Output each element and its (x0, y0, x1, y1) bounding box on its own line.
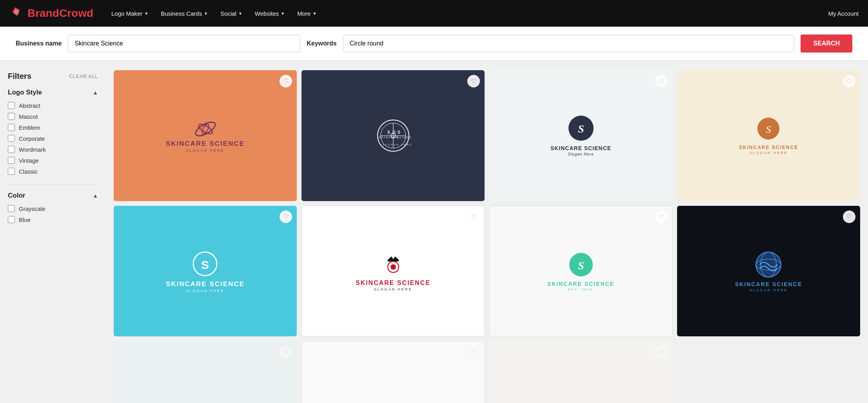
nav-business-cards[interactable]: Business Cards ▼ (155, 7, 213, 20)
favorite-button-3[interactable]: ♡ (655, 75, 668, 87)
favorite-button-11[interactable]: ♡ (655, 346, 668, 358)
brand-icon (9, 5, 24, 21)
chevron-down-icon: ▼ (281, 11, 285, 16)
svg-text:S: S (387, 130, 390, 134)
nav-websites[interactable]: Websites ▼ (249, 7, 290, 20)
logo-card-8[interactable]: SKINCARE SCIENCE SLOGAN HERE ♡ (677, 206, 860, 337)
logo-icon-1 (190, 118, 221, 140)
collapse-icon[interactable]: ▲ (93, 89, 98, 96)
filter-wordmark-checkbox[interactable] (8, 146, 15, 153)
chevron-down-icon: ▼ (238, 11, 242, 16)
favorite-button-7[interactable]: ♡ (655, 211, 667, 223)
filter-vintage-label: Vintage (19, 157, 39, 164)
svg-point-2 (193, 120, 217, 139)
logo-grid: SKINCARE SCIENCE SLOGAN HERE ♡ S O S SKI… (106, 61, 868, 403)
favorite-button-2[interactable]: ♡ (467, 75, 480, 87)
logo-card-7[interactable]: S SKINCARE SCIENCE EST. 2023 ♡ (489, 206, 672, 337)
logo-card-3[interactable]: S SKINCARE SCIENCE Slogan Here ♡ (489, 70, 672, 201)
logo-slogan-8: SLOGAN HERE (749, 288, 788, 292)
filter-abstract[interactable]: Abstract (8, 102, 98, 109)
filter-blue[interactable]: Blue (8, 216, 98, 223)
svg-text:S: S (201, 258, 209, 271)
logo-card-10[interactable]: ♡ (301, 341, 485, 403)
sidebar: Filters CLEAR ALL Logo Style ▲ Abstract … (0, 61, 106, 403)
filter-blue-label: Blue (19, 216, 31, 223)
nav-logo-maker[interactable]: Logo Maker ▼ (106, 7, 154, 20)
svg-text:SKINCARE: SKINCARE (379, 136, 399, 139)
filter-classic-checkbox[interactable] (8, 168, 15, 175)
filter-abstract-checkbox[interactable] (8, 102, 15, 109)
keywords-input[interactable] (343, 35, 795, 52)
filter-corporate-label: Corporate (19, 135, 45, 142)
filter-vintage[interactable]: Vintage (8, 157, 98, 164)
logo-style-section: Logo Style ▲ (8, 89, 98, 96)
logo-brand-4: SKINCARE SCIENCE (739, 145, 798, 150)
logo-inner-7: S SKINCARE SCIENCE EST. 2023 (490, 206, 672, 336)
favorite-button-9[interactable]: ♡ (280, 346, 292, 358)
logo-brand-5: SKINCARE SCIENCE (166, 280, 245, 288)
nav-social[interactable]: Social ▼ (215, 7, 248, 20)
filter-wordmark-label: Wordmark (19, 146, 46, 153)
keywords-label: Keywords (307, 40, 336, 47)
logo-card-6[interactable]: SKINCARE SCIENCE SLOGAN HERE ♡ (301, 206, 485, 337)
favorite-button-5[interactable]: ♡ (280, 211, 292, 223)
svg-text:SCIENCE: SCIENCE (397, 136, 411, 139)
filter-emblem[interactable]: Emblem (8, 124, 98, 131)
svg-text:S: S (766, 124, 771, 135)
search-button[interactable]: SEARCH (801, 34, 852, 53)
logo-card-5[interactable]: S SKINCARE SCIENCE SLOGAN HERE ♡ (114, 206, 297, 337)
favorite-button-1[interactable]: ♡ (280, 75, 292, 87)
filter-emblem-checkbox[interactable] (8, 124, 15, 131)
logo-brand-7: SKINCARE SCIENCE (547, 281, 614, 287)
chevron-down-icon: ▼ (204, 11, 208, 16)
main-layout: Filters CLEAR ALL Logo Style ▲ Abstract … (0, 61, 868, 403)
logo-slogan-7: EST. 2023 (568, 288, 594, 291)
filter-vintage-checkbox[interactable] (8, 157, 15, 164)
color-title: Color (8, 192, 25, 200)
search-bar: Business name Keywords SEARCH (0, 27, 868, 61)
logo-card-4[interactable]: S SKINCARE SCIENCE SLOGAN HERE ♡ (677, 70, 860, 201)
filter-mascot-checkbox[interactable] (8, 113, 15, 120)
logo-brand-3: SKINCARE SCIENCE (550, 145, 611, 151)
favorite-button-8[interactable]: ♡ (843, 211, 855, 223)
filter-corporate[interactable]: Corporate (8, 135, 98, 142)
svg-marker-22 (387, 256, 399, 261)
business-name-label: Business name (16, 40, 62, 47)
color-list: Grayscale Blue (8, 205, 98, 223)
filter-mascot[interactable]: Mascot (8, 113, 98, 120)
logo-slogan-1: SLOGAN HERE (186, 149, 224, 152)
filter-classic-label: Classic (19, 168, 38, 175)
filter-corporate-checkbox[interactable] (8, 135, 15, 142)
filter-grayscale[interactable]: Grayscale (8, 205, 98, 212)
section-divider (8, 184, 98, 185)
svg-text:O: O (392, 130, 396, 134)
filter-blue-checkbox[interactable] (8, 216, 15, 223)
logo-card-2[interactable]: S O S SKINCARE SCIENCE SLOGAN HERE ♡ (301, 70, 485, 201)
logo-icon-5: S (191, 249, 220, 279)
favorite-button-6[interactable]: ♡ (467, 211, 479, 223)
filter-grayscale-checkbox[interactable] (8, 205, 15, 212)
my-account-link[interactable]: My Account (828, 10, 859, 17)
favorite-button-10[interactable]: ♡ (467, 346, 479, 359)
logo-inner-1: SKINCARE SCIENCE SLOGAN HERE (114, 70, 297, 201)
logo-card-11[interactable]: ♡ (489, 341, 672, 403)
filter-mascot-label: Mascot (19, 113, 38, 120)
business-name-input[interactable] (68, 35, 300, 52)
logo-card-1[interactable]: SKINCARE SCIENCE SLOGAN HERE ♡ (114, 70, 297, 201)
color-collapse-icon[interactable]: ▲ (93, 192, 98, 199)
filter-grayscale-label: Grayscale (19, 205, 45, 212)
svg-point-24 (390, 264, 396, 270)
nav-more[interactable]: More ▼ (292, 7, 322, 20)
chevron-down-icon: ▼ (144, 11, 148, 16)
logo-style-list: Abstract Mascot Emblem Corporate Wordmar… (8, 102, 98, 175)
logo-card-9[interactable]: ♡ (114, 341, 297, 403)
favorite-button-4[interactable]: ♡ (843, 75, 855, 87)
logo-brand-8: SKINCARE SCIENCE (735, 281, 802, 287)
svg-text:SLOGAN HERE: SLOGAN HERE (383, 143, 411, 146)
brand-logo[interactable]: BrandCrowd (9, 5, 93, 21)
filter-wordmark[interactable]: Wordmark (8, 146, 98, 153)
brand-name: BrandCrowd (27, 7, 93, 20)
filter-classic[interactable]: Classic (8, 168, 98, 175)
logo-style-title: Logo Style (8, 89, 42, 96)
clear-all-button[interactable]: CLEAR ALL (69, 73, 98, 79)
